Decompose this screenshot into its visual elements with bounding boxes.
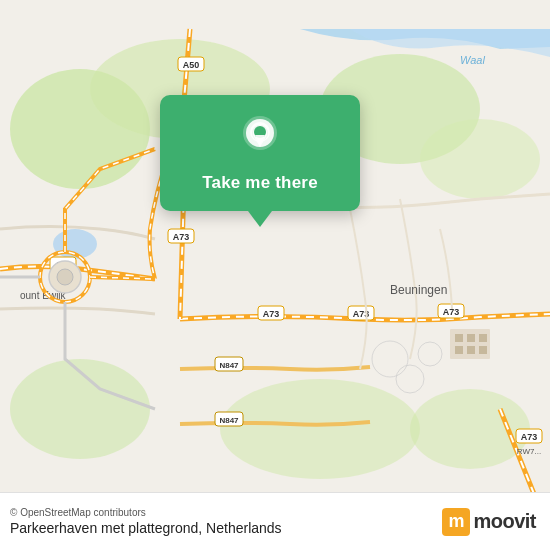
svg-text:N847: N847 (219, 361, 239, 370)
svg-point-5 (220, 379, 420, 479)
location-name: Parkeerhaven met plattegrond, Netherland… (10, 520, 282, 536)
osm-credit: © OpenStreetMap contributors (10, 507, 282, 518)
navigate-popup[interactable]: Take me there (160, 95, 360, 211)
svg-text:N847: N847 (219, 416, 239, 425)
moovit-wordmark: moovit (473, 510, 536, 533)
location-pin-icon (238, 115, 282, 159)
moovit-m-badge: m (442, 508, 470, 536)
svg-point-6 (10, 359, 150, 459)
map-background: Waal A50 A50 A73 A73 A73 A73 N847 (0, 0, 550, 550)
bottom-bar: © OpenStreetMap contributors Parkeerhave… (0, 492, 550, 550)
svg-rect-32 (450, 329, 490, 359)
svg-point-4 (420, 119, 540, 199)
svg-rect-36 (455, 346, 463, 354)
svg-point-7 (410, 389, 530, 469)
take-me-there-button[interactable]: Take me there (202, 173, 318, 193)
svg-text:Beuningen: Beuningen (390, 283, 447, 297)
svg-text:A50: A50 (183, 60, 200, 70)
svg-text:A73: A73 (521, 432, 538, 442)
svg-text:A73: A73 (263, 309, 280, 319)
svg-rect-33 (455, 334, 463, 342)
svg-rect-37 (467, 346, 475, 354)
svg-text:Waal: Waal (460, 54, 485, 66)
svg-text:A73: A73 (173, 232, 190, 242)
svg-rect-35 (479, 334, 487, 342)
svg-rect-34 (467, 334, 475, 342)
moovit-logo: m moovit (442, 508, 536, 536)
svg-point-42 (57, 269, 73, 285)
svg-rect-38 (479, 346, 487, 354)
bottom-info: © OpenStreetMap contributors Parkeerhave… (10, 507, 282, 536)
map-container: Waal A50 A50 A73 A73 A73 A73 N847 (0, 0, 550, 550)
svg-text:RW7...: RW7... (517, 447, 541, 456)
